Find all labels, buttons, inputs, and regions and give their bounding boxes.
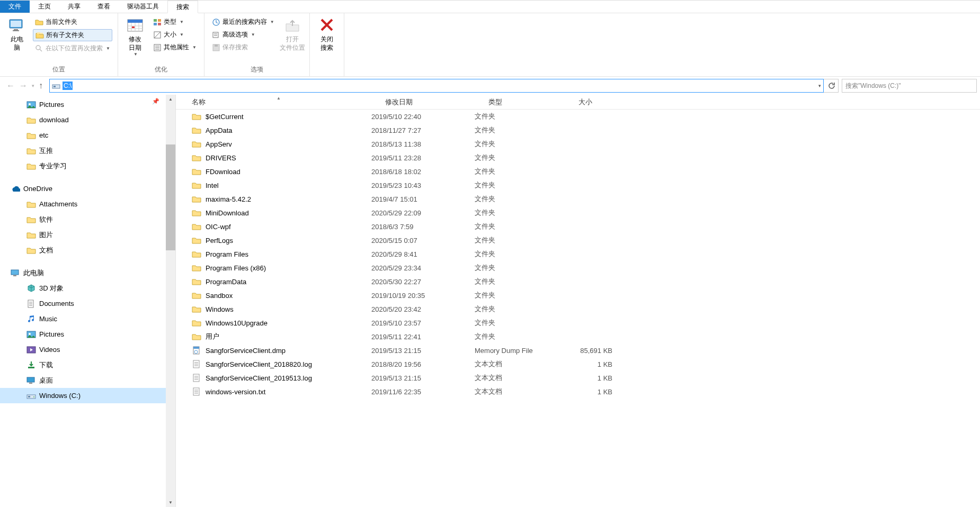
sidebar-item[interactable]: Pictures [0,327,175,342]
sidebar-scroll-up[interactable]: ▲ [166,95,175,104]
file-row[interactable]: $GetCurrent2019/5/10 22:40文件夹 [176,110,980,123]
folder-icon [192,222,201,231]
sidebar-item[interactable]: 图片 [0,227,175,242]
sidebar-item[interactable]: 此电脑 [0,265,175,280]
sidebar-item[interactable]: 互推 [0,143,175,158]
recent-search-button[interactable]: 最近的搜索内容 ▼ [210,16,277,28]
this-pc-button[interactable]: 此电 脑 [3,14,31,54]
svg-rect-52 [193,347,199,349]
search-again-button[interactable]: 在以下位置再次搜索 ▼ [33,43,112,54]
nav-up-button[interactable]: ↑ [39,81,43,90]
refresh-button[interactable] [824,79,839,93]
dropdown-arrow-icon: ▼ [133,52,138,57]
open-location-label2: 文件位置 [280,44,305,52]
sidebar-item[interactable]: Videos [0,342,175,357]
sidebar-item[interactable]: etc [0,128,175,143]
file-row[interactable]: maxima-5.42.22019/4/7 15:01文件夹 [176,192,980,206]
nav-back-button[interactable]: ← [6,81,15,90]
address-dropdown-icon[interactable]: ▾ [818,83,821,88]
file-row[interactable]: DRIVERS2019/5/11 23:28文件夹 [176,151,980,165]
file-row[interactable]: SangforServiceClient.dmp2019/5/13 21:15M… [176,343,980,357]
sidebar-item[interactable]: Attachments [0,196,175,212]
sidebar-item[interactable]: 专业学习 [0,158,175,174]
file-row[interactable]: Intel2019/5/23 10:43文件夹 [176,178,980,192]
sidebar-scroll-down[interactable]: ▼ [166,498,175,507]
svg-point-43 [29,333,31,335]
file-row[interactable]: Program Files2020/5/29 8:41文件夹 [176,247,980,261]
sidebar-scroll-thumb[interactable] [166,144,175,250]
sidebar-item[interactable]: 3D 对象 [0,280,175,296]
open-location-button[interactable]: 打开 文件位置 [279,14,306,54]
pin-icon[interactable]: 📌 [152,98,159,105]
tab-share[interactable]: 共享 [59,1,89,13]
sidebar-item-label: 此电脑 [23,268,44,278]
svg-rect-15 [158,19,161,22]
tab-view[interactable]: 查看 [89,1,119,13]
file-row[interactable]: Windows10Upgrade2019/5/10 23:57文件夹 [176,316,980,330]
file-row[interactable]: AppData2018/11/27 7:27文件夹 [176,123,980,137]
tab-file[interactable]: 文件 [0,1,30,13]
file-name: OIC-wpf [206,223,231,231]
sidebar-item[interactable]: download [0,112,175,128]
file-row[interactable]: AppServ2018/5/13 11:38文件夹 [176,137,980,151]
size-label: 大小 [164,30,176,39]
file-row[interactable]: PerfLogs2020/5/15 0:07文件夹 [176,233,980,247]
file-row[interactable]: Sandbox2019/10/19 20:35文件夹 [176,288,980,302]
file-row[interactable]: FDownload2018/6/18 18:02文件夹 [176,165,980,178]
address-bar[interactable]: C:\ ▾ [49,79,824,93]
file-name: Program Files [206,250,248,258]
column-header-size[interactable]: 大小 [578,97,631,107]
tab-drive-tools[interactable]: 驱动器工具 [119,1,167,13]
size-button[interactable]: 大小 ▼ [151,29,199,40]
column-header-name[interactable]: 名称 ▲ [192,97,385,107]
sidebar-item[interactable]: 文档 [0,242,175,258]
file-type: 文本文档 [475,387,565,396]
file-row[interactable]: 用户2019/5/11 22:41文件夹 [176,330,980,343]
current-folder-button[interactable]: 当前文件夹 [33,16,112,28]
modify-date-button[interactable]: 修改 日期 ▼ [121,14,149,60]
file-row[interactable]: windows-version.txt2019/11/6 22:35文本文档1 … [176,385,980,399]
file-type: 文件夹 [475,318,565,328]
ribbon-group-close: 关闭 搜索 [310,13,344,76]
nav-history-dropdown[interactable]: ▾ [32,83,34,88]
file-type: 文件夹 [475,139,565,149]
file-row[interactable]: SangforServiceClient_2019513.log2019/5/1… [176,371,980,385]
sidebar-item[interactable]: 下载 [0,357,175,373]
file-row[interactable]: MiniDownload2020/5/29 22:09文件夹 [176,206,980,220]
svg-rect-16 [154,23,157,25]
file-date: 2019/4/7 15:01 [371,195,475,203]
file-date: 2020/5/29 23:34 [371,264,475,272]
advanced-options-button[interactable]: 高级选项 ▼ [210,29,277,40]
file-row[interactable]: SangforServiceClient_2018820.log2018/8/2… [176,357,980,371]
advanced-options-label: 高级选项 [222,30,248,39]
sidebar-item[interactable]: Windows (C:) [0,388,175,403]
sidebar-item[interactable]: Pictures [0,97,175,112]
column-header-date[interactable]: 修改日期 [385,97,488,107]
3d-icon [26,284,36,293]
file-row[interactable]: Program Files (x86)2020/5/29 23:34文件夹 [176,261,980,275]
column-header-type[interactable]: 类型 [488,97,578,107]
svg-rect-3 [13,30,19,31]
file-row[interactable]: Windows2020/5/20 23:42文件夹 [176,302,980,316]
tab-search[interactable]: 搜索 [167,1,198,13]
file-row[interactable]: OIC-wpf2018/6/3 7:59文件夹 [176,220,980,233]
sidebar-item[interactable]: OneDrive [0,181,175,196]
close-search-button[interactable]: 关闭 搜索 [313,14,341,54]
search-box[interactable]: 搜索"Windows (C:)" [842,79,977,93]
all-subfolders-button[interactable]: 所有子文件夹 [33,29,112,41]
nav-bar: ← → ▾ ↑ C:\ ▾ 搜索"Windows (C:)" [0,77,980,95]
other-attrs-button[interactable]: 其他属性 ▼ [151,42,199,53]
save-search-button[interactable]: 保存搜索 [210,42,277,53]
sidebar-item[interactable]: Music [0,311,175,327]
file-row[interactable]: ProgramData2020/5/30 22:27文件夹 [176,275,980,288]
type-button[interactable]: 类型 ▼ [151,16,199,28]
svg-rect-17 [158,23,161,25]
sidebar-item[interactable]: Documents [0,296,175,311]
nav-forward-button[interactable]: → [19,81,28,90]
dmp-icon [192,346,201,355]
sidebar-item[interactable]: 软件 [0,212,175,227]
file-name: AppData [206,126,233,134]
sidebar-item[interactable]: 桌面 [0,373,175,388]
file-date: 2019/5/13 21:15 [371,347,475,355]
tab-home[interactable]: 主页 [30,1,59,13]
